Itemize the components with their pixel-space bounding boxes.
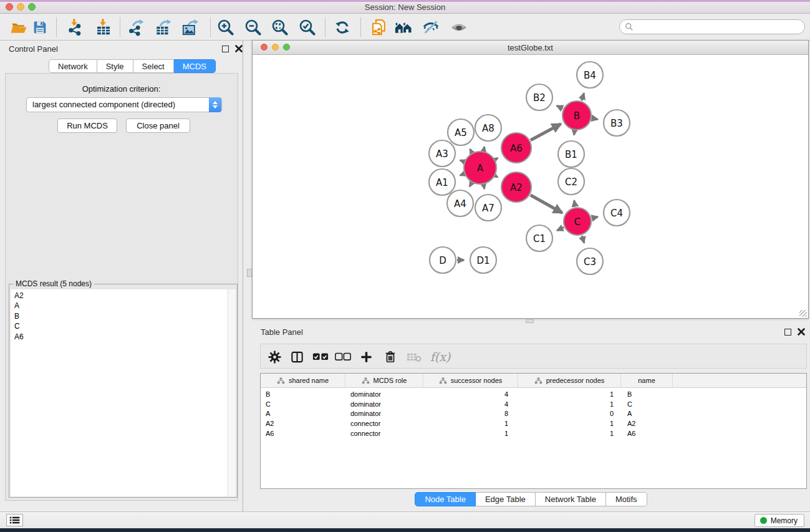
network-canvas[interactable]: B4B2BB3A5A8A6A3B1AA1C2A2A4A7C4CC1C3DD1 — [253, 55, 808, 318]
edge-A-A5[interactable] — [470, 149, 472, 152]
tab-mcds[interactable]: MCDS — [174, 59, 216, 73]
edge-B-B1[interactable] — [574, 131, 575, 135]
node-C1[interactable]: C1 — [526, 225, 552, 251]
add-column-plus-icon[interactable] — [357, 348, 375, 365]
first-neighbors-icon[interactable] — [393, 17, 413, 37]
edge-A2-C[interactable] — [531, 195, 562, 213]
refresh-layout-icon[interactable] — [332, 17, 352, 37]
node-C2[interactable]: C2 — [558, 168, 584, 195]
hide-selected-icon[interactable] — [421, 17, 441, 37]
column-header-predecessor-nodes[interactable]: predecessor nodes — [518, 374, 621, 387]
search-input[interactable] — [619, 19, 805, 34]
result-list-item[interactable]: A2 — [14, 291, 228, 301]
table-row[interactable]: A6connector11A6 — [261, 429, 806, 439]
node-A5[interactable]: A5 — [448, 119, 474, 145]
node-A3[interactable]: A3 — [429, 140, 455, 167]
edge-C-C3[interactable] — [582, 236, 584, 243]
result-list-item[interactable]: B — [14, 311, 228, 321]
node-B2[interactable]: B2 — [526, 84, 552, 110]
memory-button[interactable]: Memory — [755, 514, 804, 527]
zoom-selected-icon[interactable] — [297, 17, 317, 37]
edge-C-C2[interactable] — [574, 201, 576, 207]
edge-A-A1[interactable] — [460, 174, 464, 175]
task-history-button[interactable] — [6, 514, 23, 526]
node-A1[interactable]: A1 — [429, 169, 455, 195]
edge-B-B4[interactable] — [582, 94, 584, 101]
zoom-out-icon[interactable] — [243, 17, 263, 37]
select-all-columns-icon[interactable] — [312, 348, 329, 365]
save-icon[interactable] — [30, 17, 50, 37]
table-settings-gear-icon[interactable] — [266, 348, 283, 365]
column-header-name[interactable]: name — [621, 374, 673, 387]
column-header-mcds-role[interactable]: MCDS role — [345, 374, 423, 387]
edge-C-C4[interactable] — [592, 217, 597, 218]
node-D[interactable]: D — [430, 247, 456, 273]
float-panel-icon[interactable] — [222, 46, 229, 52]
edge-A-A6[interactable] — [496, 158, 498, 159]
node-C[interactable]: C — [564, 208, 591, 235]
edge-B-B2[interactable] — [557, 106, 563, 109]
edge-A-A4[interactable] — [470, 183, 471, 186]
import-table-icon[interactable] — [94, 17, 113, 37]
close-panel-icon[interactable] — [234, 44, 243, 53]
folder-open-icon[interactable] — [9, 17, 29, 37]
tab-style[interactable]: Style — [97, 59, 133, 73]
table-row[interactable]: Cdominator41C — [261, 400, 806, 410]
node-B[interactable]: B — [562, 101, 591, 130]
edge-B-B3[interactable] — [592, 118, 598, 120]
zoom-in-icon[interactable] — [216, 17, 236, 37]
deselect-all-columns-icon[interactable] — [334, 348, 352, 365]
edge-A-A2[interactable] — [496, 176, 498, 177]
run-mcds-button[interactable]: Run MCDS — [57, 118, 117, 133]
export-image-icon[interactable] — [180, 17, 200, 37]
node-A8[interactable]: A8 — [475, 115, 501, 141]
function-builder-button[interactable]: f(x) — [428, 348, 453, 365]
panel-divider-handle[interactable] — [247, 269, 252, 277]
column-header-shared-name[interactable]: shared name — [261, 374, 345, 387]
node-A[interactable]: A — [464, 152, 496, 184]
edge-A-A3[interactable] — [460, 160, 464, 162]
close-panel-button[interactable]: Close panel — [126, 118, 190, 133]
tab-network-table[interactable]: Network Table — [536, 492, 606, 506]
delete-table-icon[interactable] — [405, 348, 423, 365]
table-row[interactable]: Adominator80A — [261, 409, 806, 419]
float-table-panel-icon[interactable] — [784, 329, 791, 336]
table-row[interactable]: A2connector11A2 — [261, 419, 806, 429]
close-table-panel-icon[interactable] — [797, 327, 806, 336]
result-list-item[interactable]: C — [14, 321, 228, 331]
window-resize-grip[interactable] — [799, 310, 807, 317]
tab-edge-table[interactable]: Edge Table — [476, 492, 536, 506]
edge-A-A7[interactable] — [484, 185, 485, 188]
tab-motifs[interactable]: Motifs — [606, 492, 647, 506]
node-D1[interactable]: D1 — [470, 247, 496, 273]
result-list-scrollbar[interactable] — [228, 289, 236, 496]
edge-A6-B[interactable] — [531, 124, 561, 140]
node-B1[interactable]: B1 — [558, 141, 584, 167]
tab-network[interactable]: Network — [49, 59, 97, 73]
new-network-from-selection-icon[interactable] — [369, 17, 389, 37]
column-header-successor-nodes[interactable]: successor nodes — [423, 374, 518, 387]
node-A2[interactable]: A2 — [501, 172, 531, 202]
result-list-item[interactable]: A6 — [14, 332, 228, 342]
delete-column-trash-icon[interactable] — [382, 348, 399, 365]
criterion-select[interactable]: largest connected component (directed) — [26, 97, 222, 112]
node-C4[interactable]: C4 — [604, 200, 630, 226]
show-column-panel-icon[interactable] — [288, 348, 306, 365]
result-list-item[interactable]: A — [14, 301, 228, 311]
node-B4[interactable]: B4 — [577, 62, 603, 88]
table-row[interactable]: Bdominator41B — [261, 390, 806, 400]
export-network-icon[interactable] — [126, 17, 146, 37]
tab-select[interactable]: Select — [133, 59, 174, 73]
node-A7[interactable]: A7 — [475, 195, 501, 221]
node-C3[interactable]: C3 — [577, 248, 603, 274]
node-A6[interactable]: A6 — [501, 133, 531, 163]
zoom-fit-icon[interactable] — [270, 17, 290, 37]
edge-A-A8[interactable] — [484, 147, 485, 150]
tab-node-table[interactable]: Node Table — [415, 492, 476, 506]
import-network-icon[interactable] — [65, 17, 85, 37]
export-table-icon[interactable] — [153, 17, 173, 37]
node-B3[interactable]: B3 — [604, 110, 630, 136]
node-A4[interactable]: A4 — [447, 190, 473, 216]
edge-C-C1[interactable] — [557, 228, 564, 231]
show-all-icon[interactable] — [449, 17, 469, 37]
